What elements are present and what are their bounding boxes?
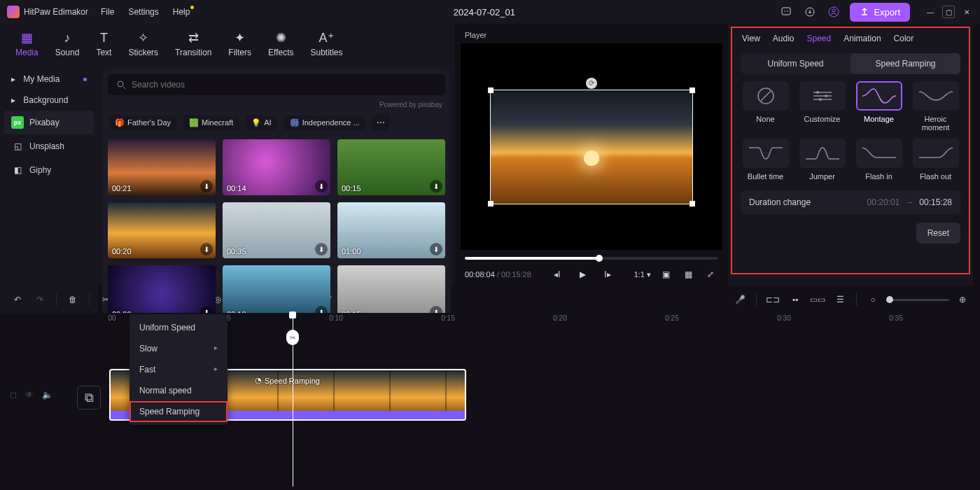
menu-fast[interactable]: Fast▸ xyxy=(130,359,227,380)
playhead[interactable] xyxy=(293,313,293,486)
redo-icon[interactable]: ↷ xyxy=(31,290,49,309)
source-unsplash[interactable]: ◱Unsplash xyxy=(4,134,94,158)
track-options-icon[interactable]: ☰ xyxy=(831,290,849,309)
player-scrubber[interactable] xyxy=(465,257,718,260)
menu-help[interactable]: Help xyxy=(173,7,190,17)
source-giphy[interactable]: ◧Giphy xyxy=(4,158,94,182)
resize-handle[interactable] xyxy=(488,88,493,93)
inspector-tab-color[interactable]: Color xyxy=(894,34,914,43)
preset-bullet[interactable]: Bullet time xyxy=(741,139,790,181)
snapshot-icon[interactable]: ▣ xyxy=(658,267,673,282)
account-icon[interactable] xyxy=(826,4,841,20)
add-media-button[interactable]: ⧉ xyxy=(77,386,101,410)
grid-icon[interactable]: ▦ xyxy=(680,267,696,282)
tab-media[interactable]: ▦Media xyxy=(7,28,47,60)
tab-effects[interactable]: ✺Effects xyxy=(260,28,302,60)
tab-text[interactable]: TText xyxy=(88,28,120,60)
undo-icon[interactable]: ↶ xyxy=(8,290,27,309)
tab-filters[interactable]: ✦Filters xyxy=(220,28,260,60)
download-thumb-icon[interactable]: ⬇ xyxy=(315,180,328,192)
window-maximize-icon[interactable]: ▢ xyxy=(942,6,955,18)
tag-minecraft[interactable]: 🟩 Minecraft xyxy=(183,115,239,130)
search-input-row[interactable] xyxy=(108,74,445,95)
lock-track-icon[interactable]: ◻ xyxy=(10,390,17,400)
marker-icon[interactable]: ▪▪ xyxy=(786,290,804,309)
tag-ai[interactable]: 💡 AI xyxy=(246,115,276,130)
tag-independence[interactable]: 🎆 Independence ... xyxy=(284,115,365,130)
download-thumb-icon[interactable]: ⬇ xyxy=(430,180,442,192)
timeline[interactable]: 00 0:05 0:10 0:15 0:20 0:25 0:30 0:35 Un… xyxy=(0,313,980,486)
feedback-icon[interactable] xyxy=(778,4,794,20)
export-button[interactable]: Export xyxy=(850,3,910,22)
window-close-icon[interactable]: ✕ xyxy=(960,6,973,18)
preset-montage[interactable]: Montage xyxy=(854,81,904,132)
menu-file[interactable]: File xyxy=(101,7,114,17)
tab-sound[interactable]: ♪Sound xyxy=(47,28,88,60)
rotate-handle-icon[interactable]: ⟳ xyxy=(586,78,597,89)
preset-customize[interactable]: Customize xyxy=(797,81,847,132)
menu-slow[interactable]: Slow▸ xyxy=(130,338,227,359)
source-pixabay[interactable]: pxPixabay xyxy=(4,111,94,134)
tab-subtitles[interactable]: A⁺Subtitles xyxy=(302,28,351,60)
tag-fathers-day[interactable]: 🎁 Father's Day xyxy=(109,115,176,130)
preview-stage[interactable]: ⟳ xyxy=(461,43,722,250)
snap-icon[interactable]: ⊏⊐ xyxy=(764,290,782,309)
link-icon[interactable]: ▭▭ xyxy=(808,290,827,309)
inspector-tab-speed[interactable]: Speed xyxy=(807,34,832,43)
window-minimize-icon[interactable]: — xyxy=(924,6,937,18)
resize-handle[interactable] xyxy=(690,88,695,93)
next-frame-icon[interactable]: Ⅰ▸ xyxy=(600,267,615,282)
media-thumb[interactable]: 00:15⬇ xyxy=(337,139,445,195)
delete-icon[interactable]: 🗑 xyxy=(64,290,82,309)
zoom-in-icon[interactable]: ⊕ xyxy=(953,290,972,309)
menu-settings[interactable]: Settings xyxy=(128,7,158,17)
player-fit-menu[interactable]: 1:1 ▾ xyxy=(634,270,651,279)
download-thumb-icon[interactable]: ⬇ xyxy=(430,243,442,255)
resize-handle[interactable] xyxy=(690,201,695,206)
playhead-cut-icon[interactable] xyxy=(286,330,299,345)
uniform-speed-tab[interactable]: Uniform Speed xyxy=(741,53,850,74)
play-icon[interactable]: ▶ xyxy=(575,267,590,282)
source-my-media[interactable]: ▸ My Media xyxy=(4,69,94,90)
media-thumb[interactable]: 00:35⬇ xyxy=(223,202,330,258)
filters-icon: ✦ xyxy=(233,31,247,45)
preset-jumper[interactable]: Jumper xyxy=(797,139,847,181)
menu-speed-ramping[interactable]: Speed Ramping xyxy=(130,401,227,422)
search-input[interactable] xyxy=(132,80,437,90)
speed-ramping-tab[interactable]: Speed Ramping xyxy=(850,53,960,74)
mute-icon[interactable]: 🔈 xyxy=(42,390,52,400)
download-icon[interactable] xyxy=(802,4,818,20)
zoom-out-icon[interactable]: ○ xyxy=(864,290,882,309)
visibility-icon[interactable]: 👁 xyxy=(25,390,34,400)
time-ruler[interactable]: 00 0:05 0:10 0:15 0:20 0:25 0:30 0:35 xyxy=(105,313,980,327)
zoom-knob[interactable] xyxy=(886,296,893,303)
download-thumb-icon[interactable]: ⬇ xyxy=(315,243,328,255)
preset-flashout[interactable]: Flash out xyxy=(911,139,960,181)
mic-icon[interactable]: 🎤 xyxy=(731,290,749,309)
download-thumb-icon[interactable]: ⬇ xyxy=(200,180,213,192)
resize-handle[interactable] xyxy=(488,201,493,206)
zoom-slider[interactable] xyxy=(886,299,949,301)
selection-frame[interactable]: ⟳ xyxy=(490,90,693,204)
fullscreen-icon[interactable]: ⤢ xyxy=(703,267,718,282)
tag-more-button[interactable]: ⋯ xyxy=(372,114,389,131)
tab-transition[interactable]: ⇄Transition xyxy=(167,28,220,60)
source-background[interactable]: ▸ Background xyxy=(4,90,94,111)
inspector-tab-animation[interactable]: Animation xyxy=(844,34,881,43)
inspector-tab-view[interactable]: View xyxy=(742,34,760,43)
menu-normal-speed[interactable]: Normal speed xyxy=(130,380,227,401)
prev-frame-icon[interactable]: ◂Ⅰ xyxy=(550,267,565,282)
scrubber-knob[interactable] xyxy=(596,255,603,262)
media-thumb[interactable]: 00:21⬇ xyxy=(108,139,216,195)
media-thumb[interactable]: 00:20⬇ xyxy=(108,202,216,258)
media-thumb[interactable]: 00:14⬇ xyxy=(223,139,330,195)
reset-button[interactable]: Reset xyxy=(916,223,960,244)
media-thumb[interactable]: 01:00⬇ xyxy=(337,202,445,258)
preset-heroic[interactable]: Heroic moment xyxy=(911,81,960,132)
download-thumb-icon[interactable]: ⬇ xyxy=(200,243,213,255)
preset-flashin[interactable]: Flash in xyxy=(854,139,904,181)
inspector-tab-audio[interactable]: Audio xyxy=(773,34,794,43)
preset-none[interactable]: None xyxy=(741,81,790,132)
tab-stickers[interactable]: ✧Stickers xyxy=(120,28,167,60)
menu-uniform-speed[interactable]: Uniform Speed xyxy=(130,317,227,338)
